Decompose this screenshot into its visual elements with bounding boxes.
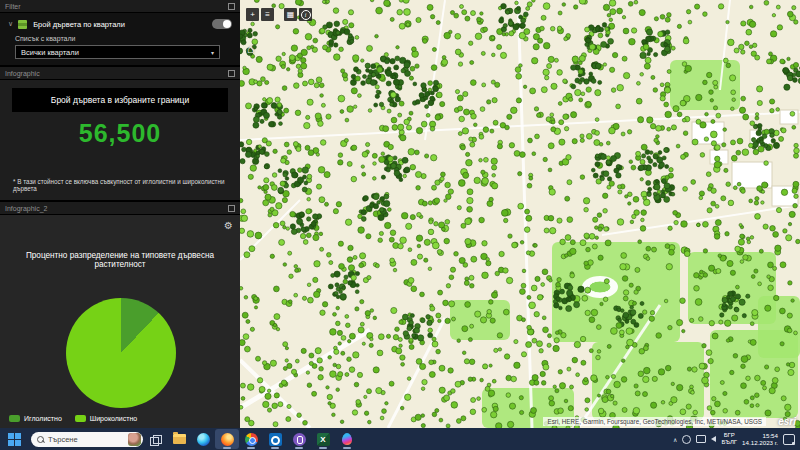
collapse-panel-icon[interactable] [228,205,235,212]
chevron-down-icon[interactable]: ∨ [8,20,13,28]
dropdown-caret-icon: ▾ [211,49,214,56]
language-line1: БГР [721,432,737,439]
infographic-panel-title: Infographic [5,70,40,77]
outlook-icon [269,433,282,446]
collapse-panel-icon[interactable] [228,70,235,77]
map-canvas[interactable]: + ≡ ▦ i ⌂ Esri, HERE, Garmin, Foursquare… [240,0,800,428]
clock-date: 14.12.2023 г. [742,439,778,446]
info-button[interactable]: i [299,8,312,21]
home-extent-button[interactable]: ⌂ [247,42,254,56]
firefox-button[interactable] [215,429,239,449]
clock[interactable]: 15:54 14.12.2023 г. [742,432,778,446]
search-weather-image [128,433,141,446]
tree-map-layer [240,0,800,428]
infographic-panel: Infographic Брой дървета в избраните гра… [0,67,240,200]
basemap-gallery-button[interactable]: ▦ [284,8,297,21]
tray-chevron-icon[interactable]: ∧ [673,436,677,443]
excel-icon: X [317,433,330,446]
edge-button[interactable] [191,429,215,449]
layer-label: Брой дървета по квартали [33,20,125,29]
excel-button[interactable]: X [311,429,335,449]
filter-panel-title: Filter [5,3,21,10]
add-layer-button[interactable]: + [246,8,259,21]
search-icon [37,436,44,443]
pie-chart-title: Процентно разпределение на типовете дърв… [8,251,232,269]
viber-button[interactable] [287,429,311,449]
start-button[interactable] [8,433,21,446]
infographic2-panel-header: Infographic_2 [0,202,240,215]
language-indicator[interactable]: БГР БЪЛГ [721,432,737,446]
taskbar-search[interactable]: Търсене [31,432,143,447]
district-dropdown[interactable]: Всички квартали ▾ [15,45,220,59]
gradient-drop-icon [342,433,352,445]
legend-label-deciduous: Широколистно [90,415,137,422]
map-toolbar: + ≡ ▦ i [246,8,312,21]
system-tray: ∧ БГР БЪЛГ 15:54 14.12.2023 г. [673,432,800,446]
list-icon: ≡ [265,10,270,19]
app-window: Filter ∨ Брой дървета по квартали Списък… [0,0,800,450]
toggle-knob [223,20,231,28]
edge-icon [197,433,210,446]
chrome-icon [245,433,258,446]
tree-count-value: 56,500 [0,119,240,148]
list-label: Списък с квартали [15,35,240,42]
layer-row: ∨ Брой дървета по квартали [8,19,232,29]
windows-taskbar: Търсене X ∧ БГР БЪЛГ 15:54 14.12.2023 г. [0,428,800,450]
infographic2-panel: Infographic_2 ⚙ Процентно разпределение … [0,202,240,428]
legend-item-coniferous: Иглолистно [9,415,62,422]
legend-label-coniferous: Иглолистно [24,415,62,422]
filter-panel: Filter ∨ Брой дървета по квартали Списък… [0,0,240,65]
filter-panel-header: Filter [0,0,240,13]
pie-legend: Иглолистно Широколистно [9,415,137,422]
map-attribution: Esri, HERE, Garmin, Foursquare, GeoTechn… [543,417,766,426]
plus-icon: + [250,10,255,19]
district-dropdown-value: Всички квартали [21,48,79,57]
task-view-button[interactable] [143,429,167,449]
notifications-icon[interactable] [783,434,795,445]
language-line2: БЪЛГ [721,439,737,446]
search-placeholder: Търсене [48,435,128,444]
info-icon: i [301,10,311,20]
firefox-icon [221,433,234,446]
legend-swatch-deciduous [75,415,86,422]
folder-icon [173,434,186,444]
task-view-icon [150,435,161,444]
file-explorer-button[interactable] [167,429,191,449]
viber-icon [293,433,306,446]
clock-time: 15:54 [742,432,778,439]
outlook-button[interactable] [263,429,287,449]
tree-count-footnote: * В тази стойност се включва съвкупност … [13,178,234,192]
layer-toggle[interactable] [212,19,232,29]
infographic2-panel-title: Infographic_2 [5,205,47,212]
display-icon[interactable] [696,435,706,443]
legend-swatch-coniferous [9,415,20,422]
chrome-button[interactable] [239,429,263,449]
grid-icon: ▦ [287,10,295,19]
tree-count-banner: Брой дървета в избраните граници [12,88,228,112]
collapse-panel-icon[interactable] [228,3,235,10]
legend-item-deciduous: Широколистно [75,415,137,422]
gear-icon[interactable]: ⚙ [224,221,233,231]
infographic-panel-header: Infographic [0,67,240,80]
esri-logo: esri [778,416,796,427]
legend-button[interactable]: ≡ [261,8,274,21]
layer-icon [18,20,27,29]
dashboard-sidebar: Filter ∨ Брой дървета по квартали Списък… [0,0,240,428]
speaker-icon[interactable] [711,436,716,442]
tray-app-icon[interactable] [682,435,691,444]
tree-type-pie-chart [66,298,176,408]
paint-drop-button[interactable] [335,429,359,449]
